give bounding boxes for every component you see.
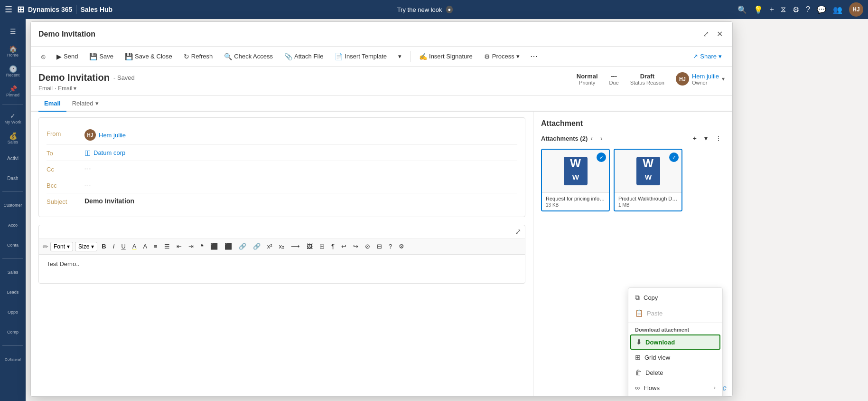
- search-icon[interactable]: 🔍: [737, 5, 747, 14]
- template-dropdown-button[interactable]: ▾: [393, 50, 406, 62]
- numbered-list-button[interactable]: ☰: [162, 241, 172, 251]
- owner-name[interactable]: Hem juliie: [692, 73, 719, 80]
- superscript-button[interactable]: x²: [265, 241, 275, 251]
- new-look-toggle[interactable]: ●: [446, 6, 453, 13]
- ltr-button[interactable]: ⟶: [289, 241, 302, 251]
- attachment-add-dropdown-button[interactable]: ▾: [701, 134, 710, 143]
- sidebar-accounts-icon[interactable]: Acco: [3, 217, 22, 234]
- image-button[interactable]: 🖼: [304, 241, 315, 251]
- refresh-button[interactable]: ↻ Refresh: [179, 50, 218, 63]
- user-avatar[interactable]: HJ: [849, 2, 863, 17]
- copy-label: Copy: [644, 294, 658, 301]
- pilcrow-button[interactable]: ¶: [329, 241, 337, 251]
- lightbulb-icon[interactable]: 💡: [754, 5, 763, 14]
- sidebar-leads-icon[interactable]: Leads: [3, 284, 22, 301]
- help-icon[interactable]: ?: [806, 5, 810, 14]
- insert-template-button[interactable]: 📄 Insert Template: [330, 50, 392, 63]
- editor-content[interactable]: Test Demo..: [39, 255, 525, 283]
- menu-item-export-excel[interactable]: X Export to Excel: [628, 395, 722, 396]
- close-button[interactable]: ✕: [715, 28, 725, 40]
- attachment-next-button[interactable]: ›: [597, 134, 606, 143]
- bullet-list-button[interactable]: ≡: [151, 241, 160, 251]
- editor-expand-button[interactable]: ⤢: [515, 227, 521, 236]
- sidebar-sales2-icon[interactable]: Sales: [3, 264, 22, 281]
- share-button[interactable]: ↗ Share ▾: [688, 50, 727, 62]
- help-button[interactable]: ?: [386, 241, 394, 251]
- link-button[interactable]: 🔗: [236, 241, 249, 251]
- subscript-button[interactable]: x₂: [277, 241, 287, 251]
- align-left-button[interactable]: ⬛: [208, 241, 220, 251]
- redo-button[interactable]: ↪: [351, 241, 361, 251]
- sidebar-contacts-icon[interactable]: Conta: [3, 237, 22, 254]
- table-button[interactable]: ⊟: [374, 241, 384, 251]
- insert-template-icon: 📄: [335, 53, 343, 60]
- owner-expand-icon[interactable]: ▾: [722, 76, 725, 82]
- filter-icon[interactable]: ⧖: [781, 5, 786, 14]
- settings-button[interactable]: ⚙: [396, 241, 407, 251]
- attachment-prev-button[interactable]: ‹: [588, 134, 596, 143]
- email-type-value[interactable]: Email ▾: [58, 85, 76, 92]
- italic-button[interactable]: I: [111, 241, 117, 251]
- to-name[interactable]: Datum corp: [93, 149, 125, 156]
- font-selector[interactable]: Font ▾: [50, 242, 73, 251]
- attach-file-button[interactable]: 📎 Attach File: [280, 50, 328, 63]
- bold-button[interactable]: B: [99, 241, 108, 251]
- more-options-button[interactable]: ⋯: [526, 49, 541, 63]
- sidebar-activities-icon[interactable]: Activi: [3, 150, 22, 167]
- pop-out-button[interactable]: ⎋: [37, 50, 50, 63]
- hamburger-icon[interactable]: ☰: [5, 4, 12, 15]
- cc-dashes: ---: [84, 165, 91, 172]
- sidebar-oppo-icon[interactable]: Oppo: [3, 304, 22, 321]
- send-button[interactable]: ▶ Send: [52, 50, 83, 63]
- attachment-card-2[interactable]: W ✓ Product Walkthrough Det... 1 MB: [614, 149, 682, 211]
- sidebar-expand-icon[interactable]: ☰: [3, 23, 22, 40]
- sidebar-dash-icon[interactable]: Dash: [3, 170, 22, 187]
- sidebar-pinned-icon[interactable]: 📌Pinned: [3, 83, 22, 100]
- subject-text[interactable]: Demo Invitation: [84, 197, 134, 205]
- decrease-indent-button[interactable]: ⇤: [174, 241, 184, 251]
- table-insert-button[interactable]: ⊞: [317, 241, 327, 251]
- attachment-more-button[interactable]: ⋮: [712, 134, 725, 143]
- highlight-button[interactable]: A: [130, 241, 139, 251]
- strikethrough-button[interactable]: ⊘: [363, 241, 373, 251]
- from-name[interactable]: Hem juliie: [99, 132, 126, 139]
- sidebar-sales-icon[interactable]: 💰Sales: [3, 130, 22, 147]
- menu-item-delete[interactable]: 🗑 Delete: [628, 365, 722, 380]
- tab-email[interactable]: Email: [38, 96, 66, 112]
- sidebar-recent-icon[interactable]: 🕐Recent: [3, 63, 22, 80]
- unlink-button[interactable]: 🔗: [251, 241, 263, 251]
- sidebar-collateral-icon[interactable]: Collateral: [3, 351, 22, 368]
- attachment-card-1[interactable]: W ✓ Request for pricing infor... 13 KB: [541, 149, 610, 211]
- menu-item-flows[interactable]: ∞ Flows ›: [628, 380, 722, 395]
- chat-icon[interactable]: 💬: [817, 5, 826, 14]
- attachment-count: Attachments (2): [541, 135, 588, 142]
- underline-button[interactable]: U: [119, 241, 128, 251]
- people-icon[interactable]: 👥: [833, 5, 842, 14]
- maximize-button[interactable]: ⤢: [701, 28, 711, 40]
- save-close-button[interactable]: 💾 Save & Close: [120, 50, 177, 63]
- increase-indent-button[interactable]: ⇥: [186, 241, 196, 251]
- nav-center: Try the new look ●: [117, 6, 733, 13]
- sidebar-customer-icon[interactable]: Customer: [3, 197, 22, 214]
- sidebar-home-icon[interactable]: 🏠Home: [3, 43, 22, 60]
- menu-item-grid-view[interactable]: ⊞ Grid view: [628, 350, 722, 365]
- size-selector[interactable]: Size ▾: [75, 242, 97, 251]
- add-icon[interactable]: +: [770, 5, 774, 14]
- font-color-button[interactable]: A: [140, 241, 149, 251]
- sidebar-comp-icon[interactable]: Comp: [3, 324, 22, 341]
- undo-button[interactable]: ↩: [339, 241, 349, 251]
- status-value: Draft: [630, 73, 664, 80]
- menu-item-download[interactable]: ⬇ Download: [630, 334, 720, 350]
- save-button[interactable]: 💾 Save: [84, 50, 118, 63]
- attachment-add-button[interactable]: +: [690, 134, 700, 143]
- check-access-button[interactable]: 🔍 Check Access: [219, 50, 278, 63]
- insert-signature-button[interactable]: ✍ Insert Signature: [414, 50, 477, 63]
- sidebar-mywork-icon[interactable]: ✓My Work: [3, 110, 22, 127]
- settings-icon[interactable]: ⚙: [793, 5, 799, 14]
- tab-related[interactable]: Related ▾: [66, 96, 104, 112]
- process-button[interactable]: ⚙ Process ▾: [479, 50, 524, 63]
- align-center-button[interactable]: ⬛: [222, 241, 234, 251]
- tab-bar: Email Related ▾: [31, 96, 732, 112]
- menu-item-copy[interactable]: ⧉ Copy: [628, 290, 722, 306]
- blockquote-button[interactable]: ❝: [198, 241, 206, 251]
